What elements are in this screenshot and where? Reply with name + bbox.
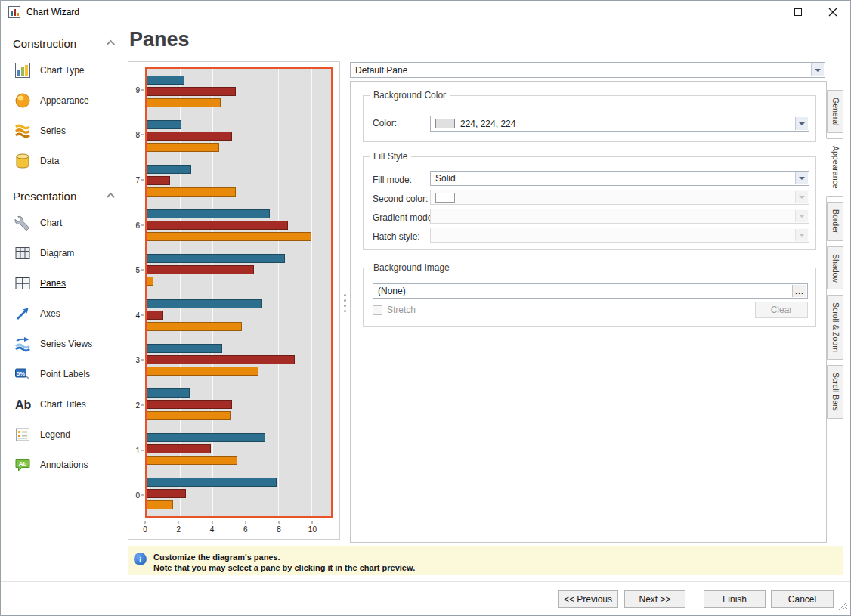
clear-button: Clear — [755, 302, 808, 318]
gradient-mode-dropdown — [430, 209, 809, 224]
resize-grip[interactable] — [838, 601, 848, 613]
cancel-button[interactable]: Cancel — [771, 590, 834, 608]
info-bar: i Customize the diagram's panes. Note th… — [128, 546, 843, 575]
svg-text:Ab: Ab — [19, 460, 27, 467]
sidebar-item-label: Chart Titles — [40, 399, 86, 410]
x-axis-label: 10 — [308, 525, 317, 534]
y-axis-label: 3 — [135, 356, 140, 364]
bar-red-4 — [147, 311, 163, 320]
bar-orange-9 — [147, 98, 221, 107]
sidebar-item-series[interactable]: Series — [1, 116, 125, 146]
sidebar-item-label: Appearance — [40, 95, 89, 106]
bar-blue-1 — [147, 433, 265, 442]
sidebar-item-point-labels[interactable]: 5%Point Labels — [1, 359, 125, 389]
hatch-style-dropdown — [430, 228, 809, 243]
chevron-down-icon — [795, 229, 808, 241]
color-label: Color: — [373, 116, 397, 131]
panes-icon — [13, 274, 32, 293]
bar-group-1 — [147, 427, 331, 472]
background-color-dropdown[interactable]: 224, 224, 224 — [430, 116, 809, 132]
sidebar-item-label: Axes — [40, 308, 60, 319]
bar-orange-8 — [147, 143, 219, 152]
pane-selector-dropdown[interactable]: Default Pane — [350, 62, 825, 78]
sidebar-item-chart-titles[interactable]: AbChart Titles — [1, 389, 125, 419]
y-axis-label: 6 — [135, 221, 140, 229]
y-axis-label: 2 — [135, 401, 140, 410]
bar-red-8 — [147, 132, 232, 141]
pane-selector-value: Default Pane — [355, 65, 407, 76]
chevron-down-icon — [795, 210, 808, 222]
page-title: Panes — [129, 28, 190, 51]
svg-text:Ab: Ab — [15, 398, 32, 411]
sidebar-item-label: Chart — [40, 218, 62, 228]
previous-button[interactable]: << Previous — [558, 590, 618, 608]
sidebar-item-annotations[interactable]: AbAnnotations — [1, 450, 125, 480]
x-axis-label: 2 — [177, 525, 181, 534]
y-axis-label: 4 — [135, 311, 140, 319]
svg-text:5%: 5% — [17, 370, 25, 377]
chart-wizard-window: Chart Wizard ConstructionChart TypeAppea… — [0, 0, 851, 616]
sidebar-item-data[interactable]: Data — [1, 146, 125, 176]
finish-button[interactable]: Finish — [704, 590, 766, 608]
bar-orange-0 — [147, 500, 173, 509]
bar-orange-5 — [147, 277, 153, 286]
footer-divider — [1, 581, 850, 582]
sidebar-item-chart[interactable]: Chart — [1, 208, 125, 238]
sidebar-item-legend[interactable]: Legend — [1, 419, 125, 450]
close-button[interactable] — [815, 1, 850, 23]
bar-group-6 — [147, 203, 331, 248]
x-axis-label: 8 — [277, 525, 281, 534]
bar-red-5 — [147, 265, 254, 274]
sidebar-item-series-views[interactable]: Series Views — [1, 329, 125, 359]
y-axis-tick — [141, 450, 144, 450]
sidebar-item-appearance[interactable]: Appearance — [1, 85, 125, 116]
sidebar-section-construction[interactable]: Construction — [1, 31, 125, 55]
bar-red-2 — [147, 400, 232, 409]
y-axis-tick — [141, 224, 144, 225]
y-axis-label: 1 — [135, 446, 140, 454]
tab-scroll-bars[interactable]: Scroll Bars — [827, 365, 843, 419]
chevron-down-icon — [795, 117, 808, 130]
y-axis-label: 8 — [135, 131, 140, 139]
sidebar-item-label: Panes — [40, 278, 66, 289]
fill-mode-dropdown[interactable]: Solid — [430, 171, 809, 186]
y-axis-tick — [141, 405, 144, 406]
bar-orange-2 — [147, 411, 231, 420]
tab-shadow[interactable]: Shadow — [827, 246, 843, 290]
sidebar-item-chart-type[interactable]: Chart Type — [1, 55, 125, 85]
y-axis-tick — [141, 495, 144, 496]
chart-titles-icon: Ab — [13, 395, 32, 414]
stretch-label: Stretch — [387, 305, 416, 315]
bar-orange-6 — [147, 232, 311, 241]
bar-blue-4 — [147, 299, 262, 308]
next-button[interactable]: Next >> — [624, 590, 685, 608]
sidebar-item-axes[interactable]: Axes — [1, 299, 125, 329]
y-axis-label: 7 — [135, 176, 140, 184]
sidebar-item-diagram[interactable]: Diagram — [1, 238, 125, 268]
tab-border[interactable]: Border — [827, 202, 843, 241]
bar-blue-3 — [147, 344, 222, 353]
y-axis-tick — [141, 314, 144, 315]
sidebar-item-panes[interactable]: Panes — [1, 268, 125, 299]
info-line-2: Note that you may select a pane by click… — [153, 562, 415, 573]
maximize-button[interactable] — [781, 1, 815, 23]
default-pane[interactable] — [145, 67, 333, 518]
x-axis-tick — [212, 521, 212, 524]
appearance-panel: Background Color Color: 224, 224, 224 Fi… — [350, 81, 827, 543]
bar-blue-2 — [147, 388, 190, 398]
bar-group-2 — [147, 382, 331, 426]
bar-red-6 — [147, 221, 288, 230]
tab-scroll-zoom[interactable]: Scroll & Zoom — [827, 295, 843, 360]
bar-blue-9 — [147, 76, 184, 85]
x-axis-label: 6 — [243, 525, 248, 534]
tab-appearance[interactable]: Appearance — [826, 138, 843, 197]
background-image-group: Background Image (None) ... Stretch Clea… — [363, 268, 816, 327]
browse-button[interactable]: ... — [792, 285, 806, 297]
bar-group-0 — [147, 472, 331, 516]
splitter-handle[interactable] — [342, 293, 348, 314]
sidebar-section-presentation[interactable]: Presentation — [1, 184, 125, 208]
y-axis-tick — [141, 89, 144, 90]
sidebar-item-label: Diagram — [40, 248, 74, 258]
background-image-dropdown[interactable]: (None) ... — [373, 283, 808, 299]
tab-general[interactable]: General — [827, 90, 843, 133]
